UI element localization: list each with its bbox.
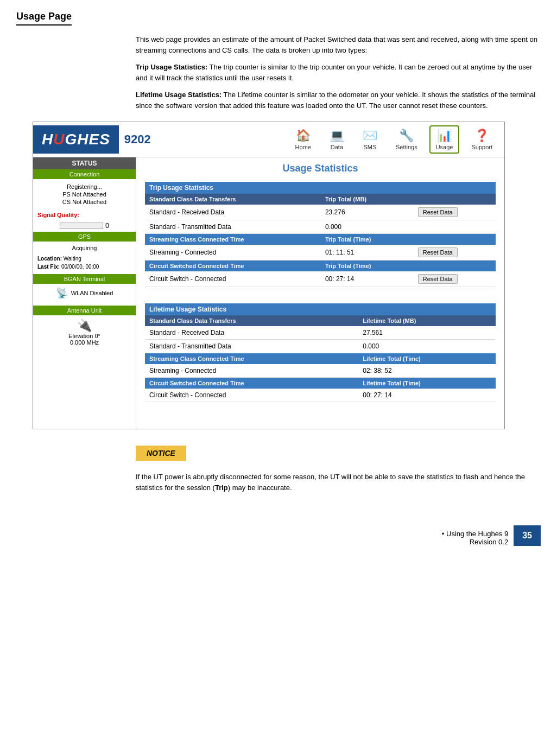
trip-total-mb-col-header: Trip Total (MB) (321, 194, 414, 205)
trip-circuit-subheader-row: Circuit Switched Connected Time Trip Tot… (145, 261, 496, 272)
lifetime-received-row: Standard - Received Data 27.561 (145, 326, 496, 340)
lifetime-streaming-value: 02: 38: 52 (358, 364, 496, 378)
trip-circuit-label: Circuit Switch - Connected (145, 271, 321, 287)
lifetime-circuit-total-time-col: Lifetime Total (Time) (358, 378, 496, 389)
sidebar-connection-content: Registering... PS Not Attached CS Not At… (33, 179, 136, 209)
nav-support[interactable]: ❓ Support (465, 125, 499, 154)
trip-standard-header-row: Standard Class Data Transfers Trip Total… (145, 194, 496, 205)
main-content: STATUS Connection Registering... PS Not … (33, 157, 504, 429)
lifetime-streaming-row: Streaming - Connected 02: 38: 52 (145, 364, 496, 378)
trip-streaming-subheader-row: Streaming Class Connected Time Trip Tota… (145, 234, 496, 245)
sidebar-location: Location: Waiting (33, 255, 136, 263)
trip-transmitted-label: Standard - Transmitted Data (145, 220, 321, 234)
signal-value: 0 (105, 221, 109, 230)
sidebar-antenna-content: 🔌 Elevation 0° 0.000 MHz (33, 315, 136, 349)
lifetime-received-value: 27.561 (358, 326, 496, 340)
signal-quality-bar: 0 (33, 221, 136, 230)
trip-streaming-col-header: Streaming Class Connected Time (145, 234, 321, 245)
sidebar-bgan-title: BGAN Terminal (33, 274, 136, 284)
lifetime-circuit-row: Circuit Switch - Connected 00: 27: 14 (145, 389, 496, 402)
trip-circuit-value: 00: 27: 14 (321, 271, 414, 287)
trip-transmitted-value: 0.000 (321, 220, 414, 234)
sidebar-gps-content: Acquiring (33, 242, 136, 255)
trip-circuit-col-header: Circuit Switched Connected Time (145, 261, 321, 272)
sidebar-status-title: STATUS (33, 157, 136, 169)
footer-revision: Revision 0.2 (442, 538, 508, 546)
settings-icon: 🔧 (399, 129, 414, 143)
nav-settings-label: Settings (396, 144, 417, 150)
nav-usage-label: Usage (436, 144, 453, 150)
nav-home-label: Home (295, 144, 311, 150)
usage-icon: 📊 (437, 129, 452, 143)
trip-received-value: 23.276 (321, 205, 414, 220)
nav-support-label: Support (471, 144, 492, 150)
trip-received-row: Standard - Received Data 23.276 Reset Da… (145, 205, 496, 220)
usage-statistics-heading: Usage Statistics (145, 163, 496, 174)
nav-sms-label: SMS (364, 144, 377, 150)
trip-received-reset-button[interactable]: Reset Data (418, 207, 458, 217)
trip-streaming-row: Streaming - Connected 01: 11: 51 Reset D… (145, 245, 496, 261)
intro-lifetime: Lifetime Usage Statistics: The Lifetime … (136, 90, 541, 111)
footer-bullet-line: • Using the Hughes 9 (442, 530, 508, 538)
lifetime-transmitted-row: Standard - Transmitted Data 0.000 (145, 340, 496, 353)
nav-home[interactable]: 🏠 Home (289, 125, 318, 154)
lifetime-stats-table: Standard Class Data Transfers Lifetime T… (145, 315, 496, 402)
sidebar-last-fix: Last Fix: 00/00/00, 00:00 (33, 263, 136, 271)
trip-streaming-reset-button[interactable]: Reset Data (418, 247, 458, 257)
sidebar-bgan-content: 📡 WLAN Disabled (33, 284, 136, 302)
lifetime-streaming-col-header: Streaming Class Connected Time (145, 353, 358, 365)
sidebar-antenna-title: Antenna Unit (33, 306, 136, 315)
freq-label: 0.000 MHz (37, 339, 131, 346)
trip-streaming-label: Streaming - Connected (145, 245, 321, 261)
nav-sms[interactable]: ✉️ SMS (356, 125, 384, 154)
lifetime-received-label: Standard - Received Data (145, 326, 358, 340)
lifetime-transmitted-label: Standard - Transmitted Data (145, 340, 358, 353)
nav-data-label: Data (331, 144, 343, 150)
nav-data[interactable]: 💻 Data (323, 125, 351, 154)
lifetime-streaming-label: Streaming - Connected (145, 364, 358, 378)
lifetime-usage-section: Lifetime Usage Statistics Standard Class… (145, 303, 496, 402)
sidebar-connection-title: Connection (33, 169, 136, 179)
wlan-label: WLAN Disabled (71, 290, 113, 296)
dish-icon: 🔌 (37, 319, 131, 333)
trip-reset-col-header (414, 194, 496, 205)
lifetime-circuit-value: 00: 27: 14 (358, 389, 496, 402)
trip-transmitted-row: Standard - Transmitted Data 0.000 (145, 220, 496, 234)
trip-standard-col-header: Standard Class Data Transfers (145, 194, 321, 205)
trip-circuit-reset-button[interactable]: Reset Data (418, 274, 458, 284)
lifetime-circuit-label: Circuit Switch - Connected (145, 389, 358, 402)
page-number: 35 (514, 525, 541, 546)
footer: • Using the Hughes 9 Revision 0.2 35 (16, 525, 541, 546)
notice-section: NOTICE If the UT power is abruptly disco… (136, 440, 541, 493)
lifetime-total-time-col-header: Lifetime Total (Time) (358, 353, 496, 365)
trip-streaming-value: 01: 11: 51 (321, 245, 414, 261)
hughes-logo: HUGHES (33, 125, 119, 154)
sidebar-signal-quality-label: Signal Quality: (33, 209, 136, 219)
lifetime-section-title: Lifetime Usage Statistics (145, 303, 496, 315)
home-icon: 🏠 (296, 129, 311, 143)
trip-circuit-total-time-col: Trip Total (Time) (321, 261, 414, 272)
sidebar-gps-status: Acquiring (37, 245, 131, 251)
trip-section-title: Trip Usage Statistics (145, 182, 496, 194)
antenna-icon: 📡 (56, 287, 68, 299)
footer-text: • Using the Hughes 9 Revision 0.2 (442, 530, 508, 546)
lifetime-standard-col-header: Standard Class Data Transfers (145, 315, 358, 326)
right-panel: Usage Statistics Trip Usage Statistics S… (136, 157, 504, 429)
sidebar-ps-not-attached: PS Not Attached (37, 191, 131, 198)
support-icon: ❓ (474, 129, 489, 143)
lifetime-transmitted-value: 0.000 (358, 340, 496, 353)
trip-circuit-row: Circuit Switch - Connected 00: 27: 14 Re… (145, 271, 496, 287)
sidebar-registering: Registering... (37, 183, 131, 190)
browser-screenshot: HUGHES 9202 🏠 Home 💻 Data ✉️ SMS 🔧 (33, 122, 505, 429)
notice-box: NOTICE (136, 446, 186, 461)
signal-bar (60, 223, 103, 229)
data-icon: 💻 (330, 129, 344, 143)
nav-settings[interactable]: 🔧 Settings (389, 125, 424, 154)
nav-usage[interactable]: 📊 Usage (429, 125, 460, 154)
intro-paragraph1: This web page provides an estimate of th… (136, 34, 541, 55)
trip-received-label: Standard - Received Data (145, 205, 321, 220)
lifetime-circuit-subheader-row: Circuit Switched Connected Time Lifetime… (145, 378, 496, 389)
elevation-label: Elevation 0° (37, 333, 131, 339)
trip-usage-section: Trip Usage Statistics Standard Class Dat… (145, 182, 496, 287)
sidebar-cs-not-attached: CS Not Attached (37, 199, 131, 205)
